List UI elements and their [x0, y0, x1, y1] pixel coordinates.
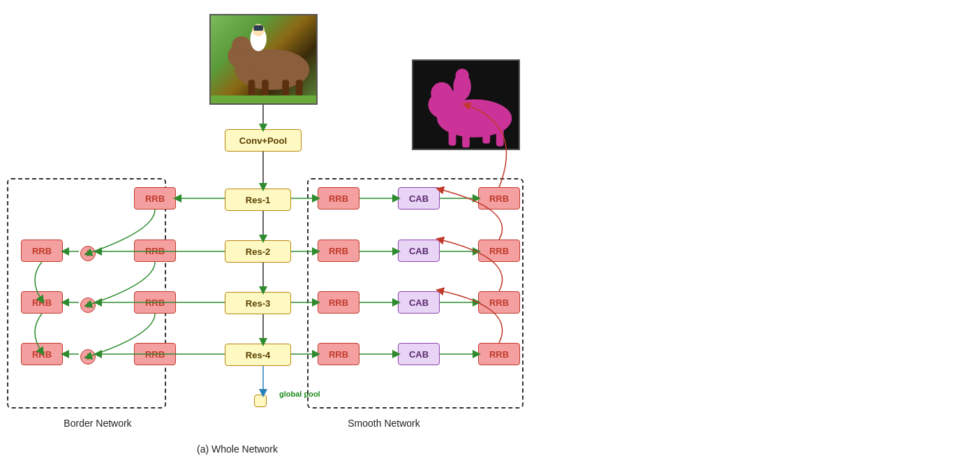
- smooth-rrb3-right: RRB: [478, 291, 520, 314]
- smooth-rrb2-left: RRB: [318, 240, 359, 262]
- main-container: Conv+Pool Res-1 Res-2 Res-3 Res-4 global…: [0, 0, 980, 470]
- svg-rect-10: [211, 96, 316, 104]
- svg-rect-19: [482, 128, 490, 143]
- global-pool-output: [254, 395, 267, 407]
- res1-box: Res-1: [225, 189, 291, 211]
- left-panel: Conv+Pool Res-1 Res-2 Res-3 Res-4 global…: [0, 0, 551, 470]
- smooth-rrb4-left: RRB: [318, 343, 359, 365]
- res4-box: Res-4: [225, 344, 291, 366]
- svg-point-16: [455, 68, 468, 82]
- smooth-rrb3-left: RRB: [318, 291, 359, 314]
- smooth-rrb2-right: RRB: [478, 240, 520, 262]
- border-rrb3-left: RRB: [21, 291, 63, 314]
- svg-rect-18: [462, 128, 470, 147]
- silhouette-image: [412, 59, 520, 150]
- smooth-cab3: CAB: [398, 291, 440, 314]
- border-rrb4-right: RRB: [134, 343, 176, 365]
- res2-box: Res-2: [225, 240, 291, 263]
- svg-rect-20: [496, 128, 504, 146]
- border-rrb2-left: RRB: [21, 240, 63, 262]
- svg-rect-5: [253, 25, 263, 31]
- smooth-rrb1-left: RRB: [318, 187, 359, 210]
- smooth-rrb4-right: RRB: [478, 343, 520, 365]
- smooth-cab1: CAB: [398, 187, 440, 210]
- svg-point-14: [431, 82, 452, 104]
- res3-box: Res-3: [225, 292, 291, 314]
- svg-rect-17: [449, 128, 456, 145]
- border-network-caption: Border Network: [28, 418, 168, 429]
- smooth-rrb1-right: RRB: [478, 187, 520, 210]
- plus2: +: [80, 298, 96, 313]
- svg-rect-8: [282, 80, 289, 96]
- horse-image: [209, 14, 318, 105]
- border-rrb3-right: RRB: [134, 291, 176, 314]
- smooth-cab2: CAB: [398, 240, 440, 262]
- whole-network-caption: (a) Whole Network: [140, 443, 335, 455]
- svg-point-2: [232, 36, 251, 55]
- conv-pool-box: Conv+Pool: [225, 129, 302, 152]
- smooth-cab4: CAB: [398, 343, 440, 365]
- border-rrb2-right: RRB: [134, 240, 176, 262]
- border-rrb4-left: RRB: [21, 343, 63, 365]
- plus1: +: [80, 246, 96, 261]
- plus3: +: [80, 349, 96, 365]
- border-rrb1-right: RRB: [134, 187, 176, 210]
- smooth-network-caption: Smooth Network: [314, 418, 454, 429]
